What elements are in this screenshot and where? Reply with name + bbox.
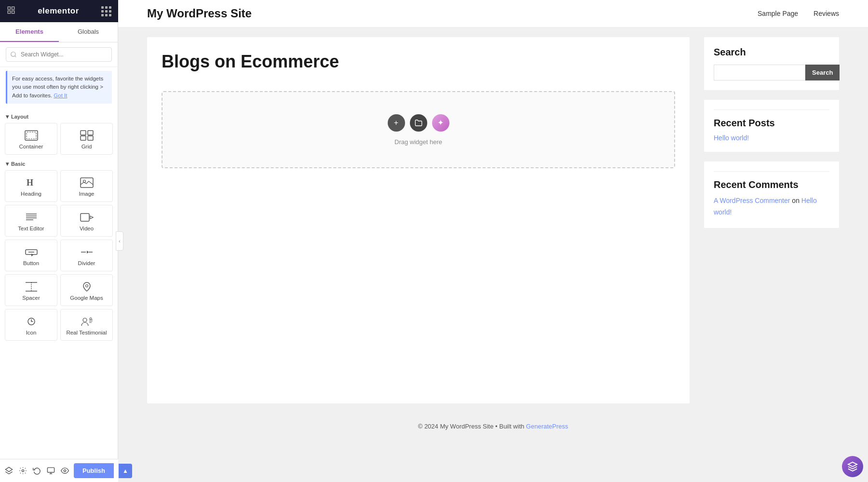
- svg-rect-1: [12, 7, 14, 9]
- page-title: Blogs on Ecommerce: [147, 37, 690, 81]
- svg-marker-21: [87, 251, 89, 254]
- settings-icon[interactable]: [19, 467, 27, 475]
- widget-real-testimonial-label: Real Testimonial: [66, 330, 107, 335]
- svg-point-12: [83, 180, 85, 182]
- widget-heading-label: Heading: [21, 191, 41, 197]
- svg-rect-8: [81, 136, 86, 140]
- widget-text-editor-label: Text Editor: [18, 226, 44, 231]
- magic-button[interactable]: ✦: [432, 114, 449, 132]
- responsive-icon[interactable]: [47, 467, 55, 475]
- got-it-link[interactable]: Got It: [54, 93, 67, 98]
- comment-on-text: on: [792, 197, 801, 204]
- hamburger-icon[interactable]: [7, 6, 15, 17]
- widget-real-testimonial[interactable]: Real Testimonial: [60, 309, 113, 341]
- widget-google-maps[interactable]: Google Maps: [60, 274, 113, 306]
- top-bar: elementor: [0, 0, 118, 22]
- sidebar-collapse-handle[interactable]: ‹: [116, 231, 123, 251]
- widget-google-maps-label: Google Maps: [70, 295, 103, 301]
- section-basic-title: Basic: [0, 155, 118, 170]
- layout-grid: Container Grid: [0, 123, 118, 155]
- svg-rect-32: [47, 468, 54, 472]
- widget-image-label: Image: [79, 191, 95, 197]
- widget-text-editor[interactable]: Text Editor: [5, 205, 57, 237]
- svg-rect-9: [88, 136, 93, 140]
- wp-header: My WordPress Site Sample Page Reviews: [118, 0, 868, 27]
- page-content: Blogs on Ecommerce + ✦ Drag widget here …: [118, 27, 868, 413]
- recent-posts-widget: Recent Posts Hello world!: [704, 100, 839, 152]
- widget-button[interactable]: Button: [5, 240, 57, 271]
- ai-badge[interactable]: [842, 456, 863, 477]
- add-element-button[interactable]: +: [388, 114, 405, 132]
- wp-sidebar-column: Search Search Recent Posts Hello world! …: [704, 37, 839, 403]
- divider-icon: [80, 247, 94, 257]
- sidebar-hint: For easy access, favorite the widgets yo…: [6, 71, 112, 104]
- widget-image[interactable]: Image: [60, 170, 113, 202]
- nav-sample-page[interactable]: Sample Page: [758, 10, 798, 17]
- wp-search-input[interactable]: [714, 65, 805, 80]
- publish-arrow-button[interactable]: ▲: [119, 464, 132, 478]
- recent-post-link-0[interactable]: Hello world!: [714, 134, 749, 142]
- folder-button[interactable]: [410, 114, 427, 132]
- widget-spacer[interactable]: Spacer: [5, 274, 57, 306]
- widget-container-label: Container: [19, 144, 43, 149]
- video-icon: [80, 212, 94, 223]
- nav-reviews[interactable]: Reviews: [814, 10, 839, 17]
- svg-point-26: [85, 284, 88, 287]
- svg-rect-2: [8, 11, 10, 13]
- image-icon: [80, 177, 94, 188]
- spacer-icon: [25, 281, 38, 292]
- sidebar-tabs: Elements Globals: [0, 22, 118, 42]
- widget-video[interactable]: Video: [60, 205, 113, 237]
- svg-rect-0: [8, 7, 10, 9]
- svg-rect-3: [12, 11, 14, 13]
- svg-rect-6: [81, 131, 86, 135]
- commenter-link[interactable]: A WordPress Commenter: [714, 197, 790, 204]
- footer-link[interactable]: GeneratePress: [526, 423, 568, 430]
- elementor-logo: elementor: [38, 6, 79, 16]
- layers-icon[interactable]: [5, 467, 13, 475]
- publish-button[interactable]: Publish: [74, 463, 114, 478]
- svg-rect-7: [88, 131, 93, 135]
- sidebar: Elements Globals For easy access, favori…: [0, 22, 118, 482]
- search-widget-title: Search: [714, 47, 829, 58]
- wp-search-button[interactable]: Search: [805, 65, 840, 80]
- grid-icon: [80, 130, 94, 141]
- bottom-icons: [5, 467, 69, 475]
- main-column: Blogs on Ecommerce + ✦ Drag widget here: [147, 37, 690, 403]
- text-editor-icon: [25, 212, 38, 223]
- section-layout-title: Layout: [0, 107, 118, 123]
- recent-posts-title: Recent Posts: [714, 109, 829, 129]
- grid-menu-icon[interactable]: [101, 6, 111, 16]
- google-maps-icon: [80, 281, 94, 292]
- svg-marker-30: [5, 467, 12, 471]
- canvas-area: My WordPress Site Sample Page Reviews Bl…: [118, 0, 868, 482]
- widget-heading[interactable]: H Heading: [5, 170, 57, 202]
- widget-container[interactable]: Container: [5, 123, 57, 155]
- wp-navigation: Sample Page Reviews: [758, 10, 839, 17]
- history-icon[interactable]: [33, 467, 41, 475]
- search-input[interactable]: [6, 47, 112, 62]
- recent-comments-title: Recent Comments: [714, 171, 829, 190]
- icon-widget-icon: [25, 316, 38, 327]
- tab-globals[interactable]: Globals: [59, 22, 118, 42]
- wp-footer: © 2024 My WordPress Site • Built with Ge…: [118, 413, 868, 440]
- widget-divider[interactable]: Divider: [60, 240, 113, 271]
- widget-grid-label: Grid: [81, 144, 92, 149]
- svg-rect-11: [81, 178, 93, 187]
- widget-icon[interactable]: Icon: [5, 309, 57, 341]
- tab-elements[interactable]: Elements: [0, 22, 59, 42]
- eye-icon[interactable]: [61, 467, 69, 475]
- ai-icon: [847, 461, 858, 472]
- basic-grid: H Heading Image Text Edi: [0, 170, 118, 341]
- widget-button-label: Button: [23, 260, 39, 266]
- real-testimonial-icon: [80, 316, 94, 327]
- bottom-bar: Publish ▲: [0, 459, 118, 482]
- widget-video-label: Video: [80, 226, 94, 231]
- widget-grid[interactable]: Grid: [60, 123, 113, 155]
- search-widget: Search Search: [704, 37, 839, 90]
- site-title: My WordPress Site: [147, 7, 252, 20]
- button-icon: [25, 247, 38, 257]
- widget-divider-label: Divider: [78, 260, 95, 266]
- search-container: [0, 42, 118, 67]
- svg-text:H: H: [27, 178, 33, 187]
